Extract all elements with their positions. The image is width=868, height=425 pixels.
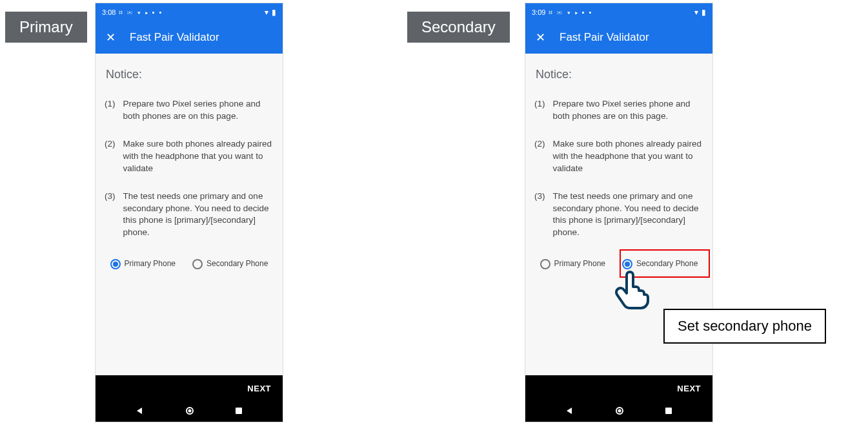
radio-label: Secondary Phone bbox=[207, 258, 268, 269]
primary-label: Primary bbox=[5, 12, 87, 43]
app-bar: ✕ Fast Pair Validator bbox=[525, 21, 712, 54]
nav-recent-icon[interactable] bbox=[665, 407, 672, 415]
nav-back-icon[interactable] bbox=[136, 406, 145, 415]
callout-box: Set secondary phone bbox=[663, 309, 826, 344]
radio-label: Secondary Phone bbox=[636, 258, 698, 269]
app-bar: ✕ Fast Pair Validator bbox=[96, 21, 283, 54]
wifi-icon: ▾ bbox=[265, 8, 268, 17]
notice-heading: Notice: bbox=[105, 67, 274, 83]
nav-bar bbox=[96, 401, 283, 422]
secondary-label: Secondary bbox=[407, 12, 510, 43]
radio-secondary[interactable]: Secondary Phone bbox=[192, 258, 268, 269]
bottom-section: NEXT bbox=[96, 375, 283, 422]
step-text: The test needs one primary and one secon… bbox=[553, 191, 704, 240]
step-1: (1) Prepare two Pixel series phone and b… bbox=[534, 98, 703, 123]
nav-home-icon[interactable] bbox=[615, 406, 624, 415]
step-2: (2) Make sure both phones already paired… bbox=[534, 138, 703, 175]
nav-home-icon[interactable] bbox=[185, 406, 194, 415]
step-number: (3) bbox=[105, 191, 116, 240]
step-text: Make sure both phones already paired wit… bbox=[123, 138, 274, 175]
svg-point-6 bbox=[618, 409, 621, 413]
status-bar: 3:09 ⌗ ✉ ▾ ▸ ▪ • ▾ ▮ bbox=[525, 3, 712, 21]
radio-label: Primary Phone bbox=[125, 258, 176, 269]
radio-primary[interactable]: Primary Phone bbox=[110, 258, 176, 269]
status-icons-left: ⌗ ✉ ▾ ▸ ▪ • bbox=[119, 8, 163, 17]
content-area: Notice: (1) Prepare two Pixel series pho… bbox=[96, 54, 283, 282]
app-title: Fast Pair Validator bbox=[560, 31, 649, 44]
step-number: (2) bbox=[534, 138, 545, 175]
close-icon[interactable]: ✕ bbox=[106, 32, 116, 43]
app-title: Fast Pair Validator bbox=[130, 31, 219, 44]
radio-group: Primary Phone Secondary Phone bbox=[534, 258, 703, 269]
step-text: Prepare two Pixel series phone and both … bbox=[553, 98, 704, 123]
radio-icon bbox=[540, 259, 550, 269]
svg-marker-0 bbox=[137, 408, 142, 414]
svg-rect-3 bbox=[236, 408, 242, 414]
nav-bar bbox=[525, 401, 712, 422]
nav-back-icon[interactable] bbox=[565, 406, 574, 415]
radio-icon bbox=[622, 259, 632, 269]
step-number: (1) bbox=[105, 98, 116, 123]
next-button[interactable]: NEXT bbox=[96, 375, 283, 401]
nav-recent-icon[interactable] bbox=[235, 407, 243, 415]
callout-text: Set secondary phone bbox=[678, 318, 812, 334]
battery-icon: ▮ bbox=[272, 8, 276, 17]
radio-group: Primary Phone Secondary Phone bbox=[105, 258, 274, 269]
radio-label: Primary Phone bbox=[554, 258, 605, 269]
bottom-section: NEXT bbox=[525, 375, 712, 422]
step-number: (1) bbox=[534, 98, 545, 123]
radio-primary[interactable]: Primary Phone bbox=[540, 258, 605, 269]
step-text: The test needs one primary and one secon… bbox=[123, 191, 274, 240]
status-bar: 3:08 ⌗ ✉ ▾ ▸ ▪ • ▾ ▮ bbox=[96, 3, 283, 21]
step-3: (3) The test needs one primary and one s… bbox=[105, 191, 274, 240]
step-1: (1) Prepare two Pixel series phone and b… bbox=[105, 98, 274, 123]
step-number: (2) bbox=[105, 138, 116, 175]
svg-rect-7 bbox=[665, 408, 672, 414]
status-time: 3:08 bbox=[102, 8, 116, 16]
radio-icon bbox=[192, 259, 203, 269]
svg-marker-4 bbox=[567, 408, 572, 414]
step-3: (3) The test needs one primary and one s… bbox=[534, 191, 703, 240]
next-button[interactable]: NEXT bbox=[525, 375, 712, 401]
wifi-icon: ▾ bbox=[694, 8, 698, 17]
notice-heading: Notice: bbox=[534, 67, 703, 83]
radio-icon bbox=[110, 259, 121, 269]
step-number: (3) bbox=[534, 191, 545, 240]
status-icons-left: ⌗ ✉ ▾ ▸ ▪ • bbox=[549, 8, 592, 17]
content-area: Notice: (1) Prepare two Pixel series pho… bbox=[525, 54, 712, 282]
step-2: (2) Make sure both phones already paired… bbox=[105, 138, 274, 175]
phone-secondary: 3:09 ⌗ ✉ ▾ ▸ ▪ • ▾ ▮ ✕ Fast Pair Validat… bbox=[525, 3, 712, 422]
status-time: 3:09 bbox=[532, 8, 545, 16]
radio-secondary[interactable]: Secondary Phone bbox=[622, 258, 698, 269]
svg-point-2 bbox=[188, 409, 191, 413]
close-icon[interactable]: ✕ bbox=[536, 32, 545, 43]
step-text: Make sure both phones already paired wit… bbox=[553, 138, 704, 175]
step-text: Prepare two Pixel series phone and both … bbox=[123, 98, 274, 123]
phone-primary: 3:08 ⌗ ✉ ▾ ▸ ▪ • ▾ ▮ ✕ Fast Pair Validat… bbox=[96, 3, 283, 422]
battery-icon: ▮ bbox=[701, 8, 706, 17]
